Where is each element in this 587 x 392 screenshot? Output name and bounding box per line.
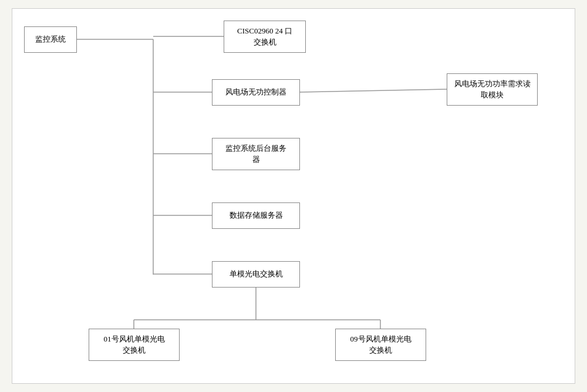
box-wugong: 风电场无功功率需求读取模块 bbox=[447, 73, 538, 106]
box-data-storage: 数据存储服务器 bbox=[212, 202, 300, 229]
box-optical-switch: 单模光电交换机 bbox=[212, 261, 300, 288]
diagram-container: 监控系统 CISC02960 24 口交换机 风电场无功控制器 风电场无功功率需… bbox=[12, 8, 575, 384]
box-jiankong-server: 监控系统后台服务器 bbox=[212, 138, 300, 170]
connector-lines bbox=[12, 9, 575, 383]
box-fengdianchang: 风电场无功控制器 bbox=[212, 79, 300, 106]
box-jiankong: 监控系统 bbox=[24, 26, 77, 53]
box-cisco: CISC02960 24 口交换机 bbox=[224, 21, 306, 53]
svg-line-7 bbox=[300, 89, 447, 92]
box-fan01: 01号风机单模光电交换机 bbox=[89, 329, 180, 361]
box-fan09: 09号风机单模光电交换机 bbox=[335, 329, 426, 361]
